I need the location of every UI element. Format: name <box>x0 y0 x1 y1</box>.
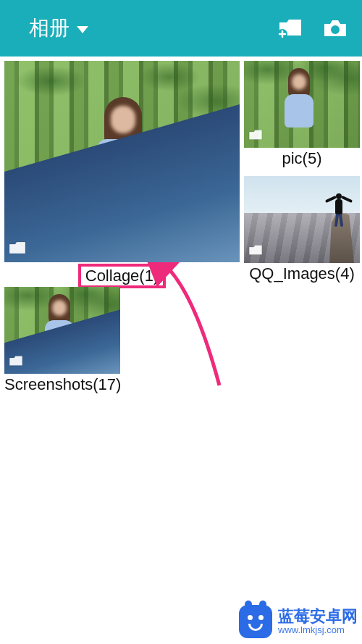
folder-icon <box>248 129 263 143</box>
album-label: Collage(1) <box>78 264 167 288</box>
folder-icon <box>248 244 263 259</box>
album-thumbnail <box>244 61 360 148</box>
camera-button[interactable] <box>323 18 348 38</box>
album-label: Screenshots(17) <box>4 374 120 397</box>
album-thumbnail <box>244 176 360 263</box>
watermark: 蓝莓安卓网 www.lmkjsj.com <box>239 605 358 638</box>
header-title: 相册 <box>29 14 70 42</box>
new-folder-button[interactable] <box>278 18 303 38</box>
new-folder-icon <box>278 18 303 38</box>
svg-point-1 <box>331 25 340 34</box>
camera-icon <box>323 18 348 38</box>
album-qq-images[interactable]: QQ_Images(4) <box>244 176 360 288</box>
folder-icon <box>9 355 23 369</box>
album-label: pic(5) <box>244 148 360 171</box>
album-screenshots[interactable]: Screenshots(17) <box>4 287 120 397</box>
watermark-url: www.lmkjsj.com <box>278 625 358 635</box>
album-thumbnail <box>4 61 240 262</box>
app-header: 相册 <box>0 0 362 57</box>
header-actions <box>278 18 348 38</box>
album-dropdown[interactable]: 相册 <box>29 14 88 42</box>
album-grid: Collage(1) pic(5) <box>0 57 362 402</box>
folder-icon <box>9 241 26 258</box>
album-label: QQ_Images(4) <box>244 263 360 286</box>
watermark-logo-icon <box>239 605 272 638</box>
dropdown-caret-icon <box>77 26 88 33</box>
album-collage[interactable]: Collage(1) <box>4 61 240 288</box>
watermark-title: 蓝莓安卓网 <box>278 608 358 625</box>
album-thumbnail <box>4 287 120 374</box>
album-pic[interactable]: pic(5) <box>244 61 360 173</box>
